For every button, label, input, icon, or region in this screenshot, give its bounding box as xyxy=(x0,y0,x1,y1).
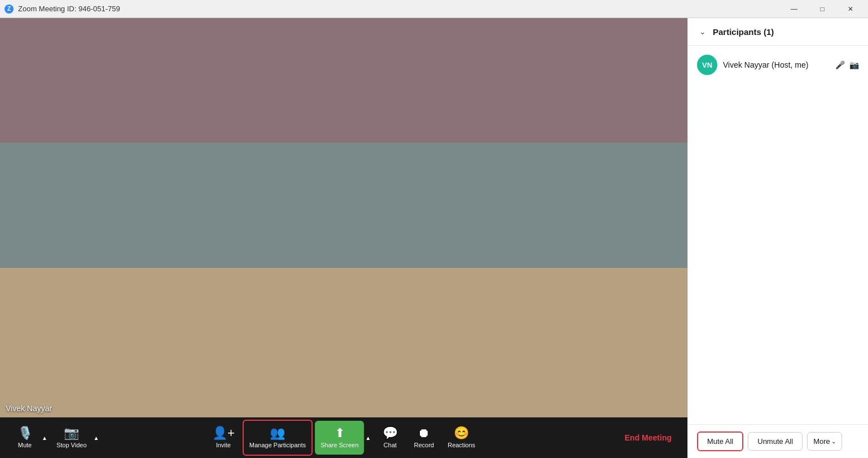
share-screen-icon: ⬆ xyxy=(335,427,345,439)
mute-group: 🎙️ Mute ▲ xyxy=(9,421,49,455)
chevron-up-icon: ▲ xyxy=(365,435,371,441)
stop-video-button[interactable]: 📷 Stop Video xyxy=(51,421,93,455)
reactions-icon: 😊 xyxy=(454,427,469,439)
collapse-panel-button[interactable]: ⌄ xyxy=(697,26,708,37)
maximize-button[interactable]: □ xyxy=(809,0,835,18)
panel-header-left: ⌄ Participants (1) xyxy=(697,26,774,37)
unmute-all-button[interactable]: Unmute All xyxy=(748,432,803,451)
video-icon: 📷 xyxy=(64,427,79,439)
mute-button[interactable]: 🎙️ Mute xyxy=(9,421,41,455)
participant-list: VN Vivek Nayyar (Host, me) 🎤 📷 xyxy=(688,46,868,424)
participant-name: Vivek Nayyar (Host, me) xyxy=(723,60,830,69)
avatar: VN xyxy=(697,55,717,75)
panel-footer: Mute All Unmute All More ⌄ xyxy=(688,424,868,458)
toolbar-left: 🎙️ Mute ▲ 📷 Stop Video ▲ xyxy=(9,421,100,455)
title-bar: Z Zoom Meeting ID: 946-051-759 — □ ✕ xyxy=(0,0,868,18)
end-meeting-button[interactable]: End Meeting xyxy=(618,429,678,447)
video-participant-label: Vivek Nayyar xyxy=(6,404,52,413)
toolbar-wrapper: 🎙️ Mute ▲ 📷 Stop Video ▲ xyxy=(9,421,678,455)
close-button[interactable]: ✕ xyxy=(838,0,863,18)
video-background xyxy=(0,18,687,417)
participant-icons: 🎤 📷 xyxy=(835,60,859,69)
chevron-down-icon: ⌄ xyxy=(831,438,836,444)
chat-label: Chat xyxy=(384,442,397,448)
share-screen-chevron-button[interactable]: ▲ xyxy=(364,421,372,455)
video-group: 📷 Stop Video ▲ xyxy=(51,421,100,455)
participant-item: VN Vivek Nayyar (Host, me) 🎤 📷 xyxy=(688,50,868,80)
mute-label: Mute xyxy=(18,442,32,448)
more-button[interactable]: More ⌄ xyxy=(807,432,842,451)
manage-participants-button[interactable]: 👥 Manage Participants xyxy=(244,421,312,455)
video-chevron-button[interactable]: ▲ xyxy=(93,421,100,455)
video-section-bot xyxy=(0,268,687,418)
participants-panel-title: Participants (1) xyxy=(713,27,774,37)
mute-chevron-button[interactable]: ▲ xyxy=(41,421,49,455)
manage-participants-icon: 👥 xyxy=(270,427,285,439)
chat-button[interactable]: 💬 Chat xyxy=(374,421,406,455)
share-screen-button[interactable]: ⬆ Share Screen xyxy=(315,421,364,455)
video-section-mid xyxy=(0,143,687,267)
share-screen-label: Share Screen xyxy=(321,442,358,448)
chevron-up-icon: ▲ xyxy=(94,435,99,441)
app-container: Vivek Nayyar 🎙️ Mute ▲ xyxy=(0,18,868,458)
window-title: Zoom Meeting ID: 946-051-759 xyxy=(18,5,120,13)
participants-panel: ⌄ Participants (1) VN Vivek Nayyar (Host… xyxy=(687,18,868,458)
manage-participants-label: Manage Participants xyxy=(249,442,306,448)
video-area: Vivek Nayyar 🎙️ Mute ▲ xyxy=(0,18,687,458)
stop-video-label: Stop Video xyxy=(56,442,87,448)
mute-all-button[interactable]: Mute All xyxy=(697,431,743,451)
invite-label: Invite xyxy=(216,442,231,448)
share-screen-group: ⬆ Share Screen ▲ xyxy=(315,421,372,455)
toolbar: 🎙️ Mute ▲ 📷 Stop Video ▲ xyxy=(0,417,687,458)
chevron-up-icon: ▲ xyxy=(42,435,47,441)
manage-participants-wrapper: 👥 Manage Participants xyxy=(243,420,313,456)
title-bar-left: Z Zoom Meeting ID: 946-051-759 xyxy=(5,5,120,14)
invite-button[interactable]: 👤+ Invite xyxy=(207,421,240,455)
record-icon: ⏺ xyxy=(418,427,430,439)
record-label: Record xyxy=(414,442,433,448)
minimize-button[interactable]: — xyxy=(781,0,807,18)
camera-status-icon: 📷 xyxy=(849,60,859,69)
invite-icon: 👤+ xyxy=(212,427,235,439)
mic-icon: 🎙️ xyxy=(17,427,33,439)
toolbar-center: 👤+ Invite 👥 Manage Participants ⬆ Share … xyxy=(207,420,481,456)
toolbar-right: End Meeting xyxy=(618,429,678,447)
video-main: Vivek Nayyar xyxy=(0,18,687,417)
mic-status-icon: 🎤 xyxy=(835,60,845,69)
more-label: More xyxy=(813,437,830,446)
record-button[interactable]: ⏺ Record xyxy=(408,421,440,455)
video-section-top xyxy=(0,18,687,143)
panel-header: ⌄ Participants (1) xyxy=(688,18,868,46)
zoom-icon: Z xyxy=(5,5,14,14)
window-controls: — □ ✕ xyxy=(781,0,863,18)
chat-icon: 💬 xyxy=(383,427,398,439)
reactions-button[interactable]: 😊 Reactions xyxy=(442,421,481,455)
reactions-label: Reactions xyxy=(448,442,475,448)
